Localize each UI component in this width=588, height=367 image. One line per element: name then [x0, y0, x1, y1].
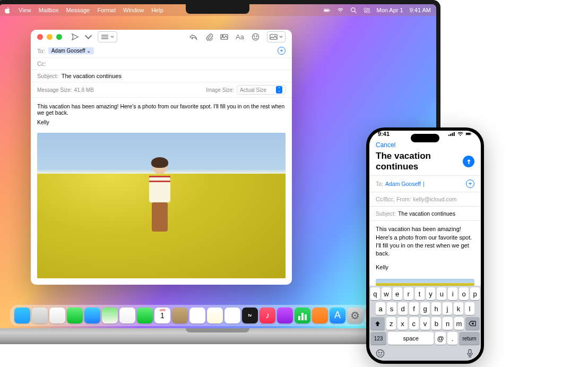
- media-browser-icon[interactable]: [267, 31, 286, 42]
- key-h[interactable]: h: [431, 302, 441, 315]
- attached-photo[interactable]: [37, 133, 286, 278]
- search-icon[interactable]: [350, 7, 357, 14]
- dock-music[interactable]: ♪: [260, 308, 275, 323]
- key-p[interactable]: p: [470, 287, 480, 300]
- key-n[interactable]: n: [443, 317, 452, 330]
- key-z[interactable]: z: [386, 317, 396, 330]
- dock-settings[interactable]: ⚙: [347, 308, 363, 323]
- key-x[interactable]: x: [397, 317, 407, 330]
- menubar-item[interactable]: Window: [123, 7, 144, 13]
- menubar-time[interactable]: 9:41 AM: [410, 7, 431, 13]
- header-dropdown-icon[interactable]: [84, 33, 92, 41]
- add-recipient-button[interactable]: +: [466, 180, 474, 188]
- dot-key[interactable]: .: [447, 332, 457, 345]
- key-c[interactable]: c: [409, 317, 419, 330]
- select-arrows-icon: ⌃⌄: [276, 86, 282, 93]
- key-f[interactable]: f: [409, 302, 419, 315]
- to-field[interactable]: To: Adam Gooseff ⌄ +: [31, 44, 292, 58]
- ios-recipient[interactable]: Adam Gooseff: [385, 181, 421, 187]
- menubar-item[interactable]: Mailbox: [39, 7, 59, 13]
- image-size-select[interactable]: Actual Size ⌃⌄: [237, 85, 286, 95]
- numbers-key[interactable]: 123: [370, 332, 386, 345]
- list-icon[interactable]: [98, 31, 117, 42]
- key-w[interactable]: w: [382, 287, 391, 300]
- key-l[interactable]: l: [465, 302, 474, 315]
- menubar-item[interactable]: Help: [151, 7, 163, 13]
- dictation-key-icon[interactable]: [465, 349, 474, 358]
- menubar-item[interactable]: Message: [66, 7, 90, 13]
- recipient-chip[interactable]: Adam Gooseff ⌄: [48, 47, 94, 54]
- emoji-key-icon[interactable]: [376, 349, 385, 358]
- dock-freeform[interactable]: [224, 308, 240, 323]
- send-button[interactable]: [463, 156, 474, 167]
- add-recipient-button[interactable]: +: [278, 47, 286, 55]
- menubar-item[interactable]: Format: [97, 7, 116, 13]
- zoom-button[interactable]: [56, 34, 62, 40]
- dock-safari[interactable]: [49, 308, 65, 323]
- dock-pages[interactable]: [312, 308, 328, 323]
- ios-to-field[interactable]: To: Adam Gooseff | +: [369, 175, 481, 192]
- apple-logo-icon[interactable]: [4, 7, 11, 14]
- key-b[interactable]: b: [431, 317, 441, 330]
- dock-contacts[interactable]: [172, 308, 188, 323]
- key-d[interactable]: d: [398, 302, 408, 315]
- space-key[interactable]: space: [388, 332, 434, 345]
- subject-field[interactable]: Subject: The vacation continues: [31, 70, 292, 82]
- return-key[interactable]: return: [459, 332, 480, 345]
- dock-numbers[interactable]: [295, 308, 310, 323]
- dock-mail[interactable]: [84, 308, 100, 323]
- key-j[interactable]: j: [443, 302, 452, 315]
- key-s[interactable]: s: [387, 302, 396, 315]
- dock-finder[interactable]: [14, 308, 30, 323]
- iphone-screen: 9:41 Cancel The vacation continues To: A…: [369, 131, 481, 361]
- ios-body[interactable]: This vacation has been amazing! Here's a…: [369, 220, 481, 276]
- close-button[interactable]: [37, 34, 43, 40]
- dock-calendar[interactable]: APR1: [154, 308, 170, 323]
- cc-field[interactable]: Cc:: [31, 58, 292, 70]
- dock-reminders[interactable]: [189, 308, 205, 323]
- dock-launchpad[interactable]: [32, 308, 48, 323]
- key-a[interactable]: a: [376, 302, 385, 315]
- reply-icon[interactable]: [189, 33, 197, 41]
- cancel-button[interactable]: Cancel: [376, 141, 395, 149]
- send-icon[interactable]: [71, 33, 79, 41]
- dock-maps[interactable]: [102, 308, 118, 323]
- key-u[interactable]: u: [437, 287, 446, 300]
- key-y[interactable]: y: [426, 287, 436, 300]
- key-q[interactable]: q: [370, 287, 380, 300]
- dock-notes[interactable]: [207, 308, 223, 323]
- ios-subject-field[interactable]: Subject: The vacation continues: [369, 206, 481, 220]
- photo-icon[interactable]: [220, 33, 228, 41]
- key-t[interactable]: t: [415, 287, 425, 300]
- svg-line-4: [354, 11, 356, 13]
- shift-key[interactable]: [370, 317, 385, 330]
- ios-cc-field[interactable]: Cc/Bcc, From: kelly@icloud.com: [369, 192, 481, 206]
- minimize-button[interactable]: [47, 34, 53, 40]
- key-k[interactable]: k: [454, 302, 463, 315]
- ios-attached-photo[interactable]: [376, 279, 474, 286]
- dock-facetime[interactable]: [137, 308, 153, 323]
- key-i[interactable]: i: [448, 287, 457, 300]
- dock-appstore[interactable]: A: [330, 308, 345, 323]
- control-center-icon[interactable]: [364, 7, 370, 14]
- key-g[interactable]: g: [420, 302, 430, 315]
- mail-body[interactable]: This vacation has been amazing! Here's a…: [31, 98, 292, 131]
- menubar-item[interactable]: View: [19, 7, 31, 13]
- backspace-key[interactable]: [465, 317, 480, 330]
- key-e[interactable]: e: [393, 287, 402, 300]
- attach-icon[interactable]: [205, 33, 213, 41]
- key-v[interactable]: v: [420, 317, 430, 330]
- dock-photos[interactable]: [119, 308, 135, 323]
- dock-podcasts[interactable]: [277, 308, 293, 323]
- wifi-icon[interactable]: [337, 7, 344, 14]
- at-key[interactable]: @: [435, 332, 445, 345]
- dock-messages[interactable]: [67, 308, 83, 323]
- dock-tv[interactable]: tv: [242, 308, 258, 323]
- key-o[interactable]: o: [459, 287, 469, 300]
- emoji-icon[interactable]: [252, 33, 260, 41]
- menubar-date[interactable]: Mon Apr 1: [377, 7, 403, 13]
- key-m[interactable]: m: [454, 317, 464, 330]
- key-r[interactable]: r: [404, 287, 413, 300]
- format-icon[interactable]: Aa: [236, 33, 244, 41]
- battery-icon[interactable]: [324, 7, 331, 14]
